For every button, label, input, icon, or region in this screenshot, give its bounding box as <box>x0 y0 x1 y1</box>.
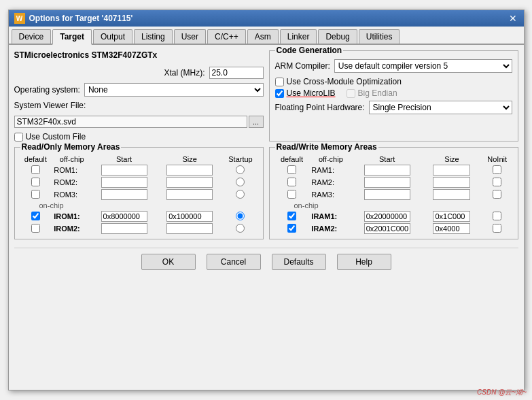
ram2-start[interactable] <box>364 177 410 188</box>
irom2-default-cb[interactable] <box>31 224 40 233</box>
rom3-startup[interactable] <box>236 190 245 199</box>
microlib-row: Use MicroLIB <box>275 88 336 98</box>
ram2-default-cb[interactable] <box>287 178 296 186</box>
iram2-default-cb[interactable] <box>287 224 296 233</box>
ram-group: Read/Write Memory Areas default off-chip… <box>269 147 518 239</box>
on-chip-divider-row: on-chip <box>274 201 514 210</box>
iram1-default-cb[interactable] <box>287 212 296 220</box>
rom2-start[interactable] <box>101 177 147 188</box>
custom-file-row: Use Custom File <box>14 132 264 141</box>
irom1-start[interactable] <box>101 211 147 222</box>
rom1-label: ROM1: <box>54 166 77 174</box>
tab-asm[interactable]: Asm <box>247 29 279 44</box>
on-chip-divider-row: on-chip <box>19 201 259 210</box>
ram2-label: RAM2: <box>311 178 334 186</box>
title-bar: W Options for Target '407115' ✕ <box>9 10 524 27</box>
svf-row: ... <box>14 116 264 128</box>
ram2-noinit-cb[interactable] <box>493 178 501 186</box>
ram3-noinit-cb[interactable] <box>493 190 501 199</box>
rom-col-size: Size <box>157 154 223 164</box>
ram1-noinit-cb[interactable] <box>493 165 501 174</box>
tab-user[interactable]: User <box>174 29 206 44</box>
fp-select[interactable]: Not Used Single Precision Double Precisi… <box>369 101 512 114</box>
os-label: Operating system: <box>14 85 80 95</box>
tab-utilities[interactable]: Utilities <box>359 29 400 44</box>
custom-file-checkbox[interactable] <box>14 133 23 141</box>
ram3-default-cb[interactable] <box>287 190 296 199</box>
xtal-row: Xtal (MHz): <box>14 67 264 79</box>
rom3-size[interactable] <box>166 189 213 200</box>
svf-browse-button[interactable]: ... <box>249 116 264 128</box>
rom2-startup[interactable] <box>236 178 245 186</box>
ram1-default-cb[interactable] <box>287 165 296 174</box>
iram2-start[interactable] <box>364 223 410 234</box>
xtal-input[interactable] <box>209 67 264 79</box>
iram2-size[interactable] <box>433 223 470 234</box>
irom1-label: IROM1: <box>54 212 80 220</box>
ram1-size[interactable] <box>433 165 470 176</box>
table-row: IROM1: <box>19 210 259 222</box>
tab-target[interactable]: Target <box>52 29 92 45</box>
cancel-button[interactable]: Cancel <box>207 254 261 270</box>
ram-group-title: Read/Write Memory Areas <box>275 142 378 152</box>
tab-linker[interactable]: Linker <box>280 29 317 44</box>
ram-table: default off-chip Start Size NoInit RAM1: <box>274 154 514 235</box>
close-button[interactable]: ✕ <box>508 13 518 24</box>
ram-col-noinit: NoInit <box>481 154 514 164</box>
defaults-button[interactable]: Defaults <box>272 254 326 270</box>
main-content: STMicroelectronics STM32F407ZGTx Xtal (M… <box>9 45 524 280</box>
irom1-default-cb[interactable] <box>31 212 40 220</box>
svf-input[interactable] <box>14 116 247 128</box>
help-button[interactable]: Help <box>337 254 391 270</box>
rom1-size[interactable] <box>166 165 213 176</box>
rom1-startup[interactable] <box>236 165 245 174</box>
irom1-size[interactable] <box>166 211 213 222</box>
microlib-checkbox[interactable] <box>275 89 284 98</box>
irom1-startup[interactable] <box>236 212 245 220</box>
app-icon: W <box>14 13 25 24</box>
big-endian-checkbox[interactable] <box>347 89 355 98</box>
table-row: ROM2: <box>19 176 259 188</box>
tab-device[interactable]: Device <box>12 29 52 44</box>
tab-cpp[interactable]: C/C++ <box>207 29 246 44</box>
ram3-start[interactable] <box>364 189 410 200</box>
tab-listing[interactable]: Listing <box>134 29 173 44</box>
custom-file-label: Use Custom File <box>26 132 86 141</box>
rom1-default-cb[interactable] <box>31 165 40 174</box>
ram1-start[interactable] <box>364 165 410 176</box>
iram1-size[interactable] <box>433 211 470 222</box>
dialog: W Options for Target '407115' ✕ Device T… <box>8 10 525 390</box>
rom3-start[interactable] <box>101 189 147 200</box>
compiler-select[interactable]: Use default compiler version 5 <box>334 59 512 73</box>
irom2-size[interactable] <box>166 223 213 234</box>
table-row: IRAM1: <box>274 210 514 222</box>
ram2-size[interactable] <box>433 177 470 188</box>
top-section: STMicroelectronics STM32F407ZGTx Xtal (M… <box>14 50 518 141</box>
ram1-label: RAM1: <box>311 166 334 174</box>
os-select[interactable]: None <box>84 83 264 97</box>
iram1-noinit-cb[interactable] <box>493 212 501 220</box>
ram-col-offchip: off-chip <box>310 154 351 164</box>
big-endian-row: Big Endian <box>347 88 397 98</box>
ok-button[interactable]: OK <box>141 254 196 270</box>
iram1-start[interactable] <box>364 211 410 222</box>
ram-on-chip-label: on-chip <box>274 201 514 210</box>
cross-module-checkbox[interactable] <box>275 78 284 86</box>
irom2-start[interactable] <box>101 223 147 234</box>
rom-col-startup: Startup <box>222 154 258 164</box>
rom1-start[interactable] <box>101 165 147 176</box>
tab-debug[interactable]: Debug <box>318 29 357 44</box>
rom2-size[interactable] <box>166 177 213 188</box>
bottom-buttons: OK Cancel Defaults Help <box>14 248 518 274</box>
microlib-label: Use MicroLIB <box>287 88 336 98</box>
device-name: STMicroelectronics STM32F407ZGTx <box>14 50 264 60</box>
rom-table: default off-chip Start Size Startup ROM1… <box>19 154 259 235</box>
rom2-label: ROM2: <box>54 178 77 186</box>
iram2-noinit-cb[interactable] <box>493 224 501 233</box>
irom2-startup[interactable] <box>236 224 245 233</box>
ram3-size[interactable] <box>433 189 470 200</box>
tab-output[interactable]: Output <box>93 29 132 44</box>
right-panel: Code Generation ARM Compiler: Use defaul… <box>269 50 518 141</box>
rom3-default-cb[interactable] <box>31 190 40 199</box>
rom2-default-cb[interactable] <box>31 178 40 186</box>
